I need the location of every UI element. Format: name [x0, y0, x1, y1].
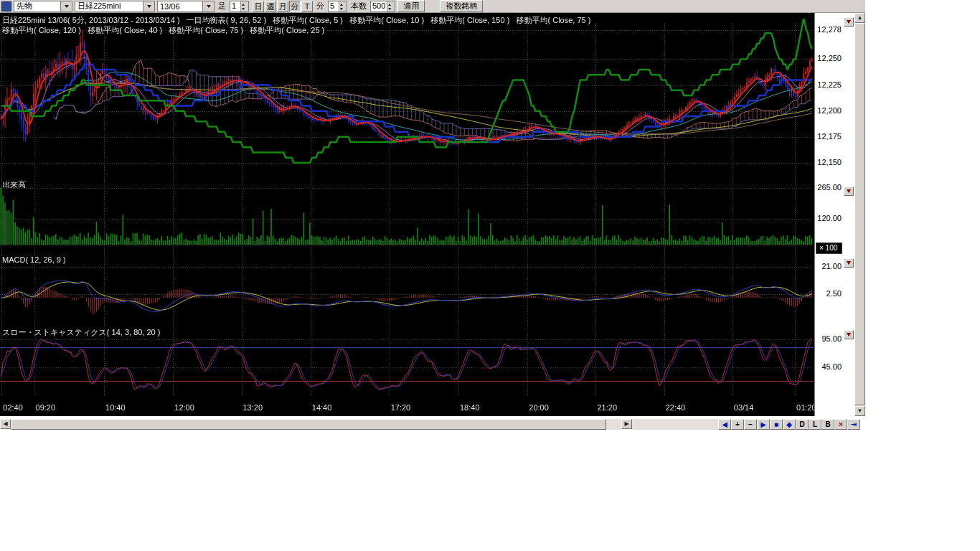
spinner-arrows: [240, 1, 248, 11]
contract-month-value: 13/06: [158, 2, 202, 11]
stoch-tick-label: 95.00: [815, 334, 842, 343]
period-button-日[interactable]: 日: [253, 1, 264, 12]
tool-button-stop[interactable]: ■: [770, 419, 783, 430]
macd-panel-label: MACD( 12, 26, 9 ): [2, 255, 66, 264]
time-tick-label: 22:40: [666, 403, 686, 412]
bar-type-label: 足: [218, 1, 226, 11]
chevron-down-icon[interactable]: [60, 1, 72, 11]
tool-button-jump-first[interactable]: ◀: [718, 419, 731, 430]
panel-scale-dropdown-button[interactable]: [844, 330, 854, 339]
price-tick-label: 12,200: [815, 106, 842, 115]
price-tick-label: 12,250: [815, 54, 842, 62]
price-axis-strip: × 100 12,27812,25012,22512,20012,17512,1…: [814, 13, 854, 416]
contract-month-select[interactable]: 13/06: [157, 1, 215, 12]
symbol-value: 日経225mini: [75, 1, 143, 11]
spinner-arrows: [387, 1, 395, 11]
tool-button-close[interactable]: ✕: [834, 419, 847, 430]
apply-button[interactable]: 適用: [397, 0, 425, 12]
tool-button-mode-b[interactable]: B: [821, 419, 834, 430]
volume-tick-label: 120.00: [815, 214, 842, 222]
time-tick-label: 14:40: [312, 403, 332, 412]
time-tick-label: 12:00: [174, 403, 194, 412]
price-tick-label: 12,278: [815, 25, 842, 34]
spinner-down-icon[interactable]: [241, 6, 248, 11]
time-tick-label: 09:20: [36, 403, 56, 412]
period-button-group: 日週月分T: [253, 1, 313, 12]
minute-label: 分: [316, 1, 324, 11]
horizontal-scrollbar[interactable]: ◀ ▶ ◀+−▶■◆DLB✕⇥: [0, 419, 865, 430]
period-button-T[interactable]: T: [301, 1, 313, 12]
scroll-right-button[interactable]: ▶: [621, 419, 632, 429]
bar-count-label: 本数: [351, 1, 367, 11]
time-tick-label: 01:20: [796, 403, 814, 412]
main-toolbar: 先物 日経225mini 13/06 足 1 日週月分T 分 5 本数 500 …: [0, 0, 865, 13]
scroll-up-button[interactable]: ▲: [854, 13, 865, 23]
minute-interval-value: 5: [329, 1, 339, 11]
time-tick-label: 10:40: [105, 403, 126, 412]
bar-multiplier-value: 1: [230, 1, 240, 11]
tool-button-mode-l[interactable]: L: [809, 419, 821, 430]
time-tick-label: 03/14: [734, 403, 754, 412]
bar-count-input[interactable]: 500: [370, 1, 395, 12]
bar-count-value: 500: [371, 1, 387, 11]
bar-multiplier-input[interactable]: 1: [230, 1, 249, 12]
chart-tool-buttons: ◀+−▶■◆DLB✕⇥: [718, 419, 860, 430]
multi-symbol-button[interactable]: 複数銘柄: [440, 0, 483, 12]
panel-scale-dropdown-button[interactable]: [844, 258, 854, 268]
instrument-type-select[interactable]: 先物: [14, 1, 72, 12]
secondary-scroll-track[interactable]: [632, 419, 718, 430]
volume-multiplier-badge: × 100: [816, 242, 842, 254]
tool-button-scroll-latest[interactable]: ⇥: [847, 419, 860, 430]
tool-button-zoom-in[interactable]: +: [731, 419, 744, 430]
time-tick-label: 02:40: [3, 403, 23, 412]
candlestick-chart-canvas[interactable]: [0, 13, 814, 416]
panel-scale-dropdown-button[interactable]: [844, 187, 854, 196]
app-icon: [1, 1, 11, 11]
period-button-週[interactable]: 週: [265, 1, 276, 12]
chevron-down-icon[interactable]: [143, 1, 154, 11]
price-tick-label: 12,175: [815, 132, 842, 141]
spinner-up-icon[interactable]: [387, 1, 395, 6]
tool-button-mode-d[interactable]: D: [796, 419, 809, 430]
time-tick-label: 13:20: [243, 403, 263, 412]
stoch-tick-label: 45.00: [815, 362, 842, 371]
stochastics-panel-label: スロー・ストキャスティクス( 14, 3, 80, 20 ): [2, 327, 160, 338]
price-tick-label: 12,150: [815, 158, 842, 166]
volume-tick-label: 265.00: [815, 183, 842, 192]
tool-button-jump-last[interactable]: ▶: [757, 419, 770, 430]
chevron-down-icon[interactable]: [202, 1, 214, 11]
time-tick-label: 21:20: [597, 403, 617, 412]
panel-scale-dropdown-button[interactable]: [844, 17, 854, 27]
spinner-up-icon[interactable]: [241, 1, 248, 6]
macd-tick-label: 2.50: [815, 289, 842, 298]
minute-interval-input[interactable]: 5: [328, 1, 347, 12]
scroll-down-button[interactable]: ▼: [854, 406, 865, 416]
spinner-arrows: [339, 1, 347, 11]
symbol-select[interactable]: 日経225mini: [75, 1, 155, 12]
time-tick-label: 17:20: [391, 403, 411, 412]
chart-area[interactable]: 日経225mini 13/06( 5分, 2013/03/12 - 2013/0…: [0, 13, 814, 416]
price-tick-label: 12,225: [815, 80, 842, 89]
chart-title-line2: 移動平均( Close, 120 ) 移動平均( Close, 40 ) 移動平…: [2, 25, 324, 36]
volume-panel-label: 出来高: [2, 179, 26, 190]
hscroll-thumb[interactable]: [11, 419, 606, 430]
scroll-left-button[interactable]: ◀: [0, 419, 11, 429]
macd-tick-label: 21.00: [815, 262, 842, 270]
time-tick-label: 18:40: [460, 403, 480, 412]
spinner-up-icon[interactable]: [339, 1, 347, 6]
vertical-scrollbar[interactable]: ▲ ▼: [854, 13, 865, 416]
time-tick-label: 20:00: [529, 403, 549, 412]
chart-title-line1: 日経225mini 13/06( 5分, 2013/03/12 - 2013/0…: [2, 15, 590, 26]
period-button-分[interactable]: 分: [289, 1, 301, 12]
spinner-down-icon[interactable]: [339, 6, 347, 11]
spinner-down-icon[interactable]: [387, 6, 395, 11]
tool-button-zoom-out[interactable]: −: [744, 419, 757, 430]
hscroll-track[interactable]: [11, 419, 621, 430]
period-button-月[interactable]: 月: [277, 1, 288, 12]
vertical-scroll-thumb[interactable]: [854, 23, 865, 405]
instrument-type-value: 先物: [14, 1, 60, 11]
time-axis: 02:4009:2010:4012:0013:2014:4017:2018:40…: [0, 402, 814, 415]
tool-button-marker[interactable]: ◆: [783, 419, 796, 430]
